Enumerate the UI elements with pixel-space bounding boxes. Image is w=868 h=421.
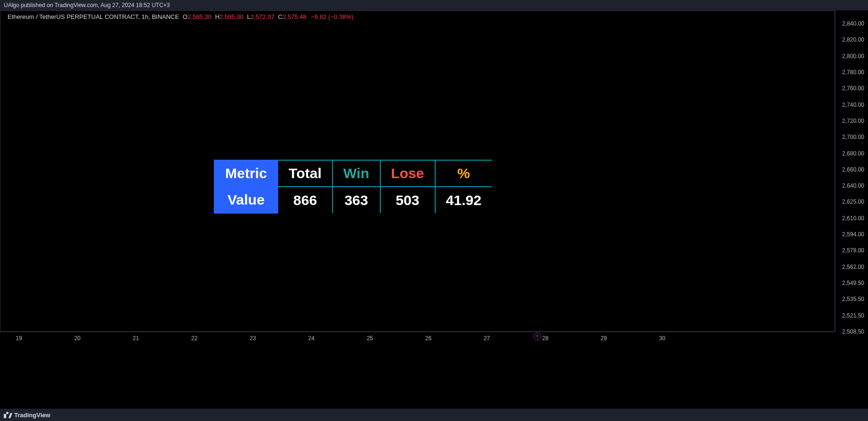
spacer xyxy=(0,345,868,409)
y-axis-tick: 2,800.00 xyxy=(842,53,864,60)
metric-header: Metric xyxy=(214,160,278,187)
ohlc-change: −9.82 (−0.38%) xyxy=(311,13,353,20)
publish-text: UAlgo published on TradingView.com, Aug … xyxy=(4,2,170,9)
chart-area[interactable]: Ethereum / TetherUS PERPETUAL CONTRACT, … xyxy=(0,10,868,345)
y-axis-tick: 2,578.00 xyxy=(842,247,864,254)
ohlc-l-label: L xyxy=(247,13,250,20)
pct-header: % xyxy=(435,160,492,187)
x-axis-tick: 27 xyxy=(483,335,490,342)
y-axis-tick: 2,521.50 xyxy=(842,312,864,319)
y-axis-tick: 2,720.00 xyxy=(842,118,864,124)
time-axis[interactable]: 192021222324252627282930 xyxy=(0,332,835,345)
x-axis-tick: 19 xyxy=(16,335,22,342)
total-header: Total xyxy=(278,160,332,187)
price-axis[interactable]: 2,840.002,820.002,800.002,780.002,760.00… xyxy=(835,10,868,332)
value-total: 866 xyxy=(278,187,332,213)
y-axis-tick: 2,594.00 xyxy=(842,231,864,238)
y-axis-tick: 2,660.00 xyxy=(842,166,864,173)
tv-logo-icon xyxy=(4,412,12,418)
symbol-info: Ethereum / TetherUS PERPETUAL CONTRACT, … xyxy=(8,13,353,20)
y-axis-tick: 2,820.00 xyxy=(842,36,864,43)
value-win: 363 xyxy=(333,187,380,213)
x-axis-tick: 20 xyxy=(74,335,80,342)
svg-rect-0 xyxy=(4,414,6,418)
y-axis-tick: 2,562.00 xyxy=(842,264,864,270)
y-axis-tick: 2,640.00 xyxy=(842,182,864,189)
value-lose: 503 xyxy=(380,187,435,213)
x-axis-tick: 29 xyxy=(601,335,607,342)
x-axis-tick: 23 xyxy=(250,335,256,342)
y-axis-tick: 2,760.00 xyxy=(842,85,864,92)
ohlc-c-label: C xyxy=(278,13,282,20)
metrics-value-row: Value 866 363 503 41.92 xyxy=(214,187,492,213)
y-axis-tick: 2,535.50 xyxy=(842,296,864,302)
value-label: Value xyxy=(214,187,278,213)
y-axis-tick: 2,508.50 xyxy=(842,328,864,335)
tv-brand-text: TradingView xyxy=(14,412,50,419)
y-axis-tick: 2,700.00 xyxy=(842,134,864,140)
svg-point-1 xyxy=(6,412,9,414)
ohlc-o-label: O xyxy=(183,13,187,20)
x-axis-tick: 26 xyxy=(425,335,431,342)
ohlc-h-label: H xyxy=(215,13,219,20)
x-axis-tick: 28 xyxy=(542,335,548,342)
x-axis-tick: 25 xyxy=(367,335,373,342)
win-header: Win xyxy=(333,160,380,187)
y-axis-tick: 2,840.00 xyxy=(842,20,864,27)
value-pct: 41.92 xyxy=(435,187,492,213)
publish-banner: UAlgo published on TradingView.com, Aug … xyxy=(0,0,868,10)
y-axis-tick: 2,740.00 xyxy=(842,102,864,108)
y-axis-tick: 2,549.50 xyxy=(842,280,864,286)
tradingview-logo[interactable]: TradingView xyxy=(4,412,50,419)
y-axis-tick: 2,610.00 xyxy=(842,215,864,222)
x-axis-tick: 30 xyxy=(659,335,665,342)
x-axis-tick: 21 xyxy=(133,335,139,342)
bottom-bar: TradingView xyxy=(0,409,868,421)
ohlc-c-value: 2,575.48 xyxy=(282,13,307,20)
lose-header: Lose xyxy=(380,160,435,187)
metrics-table: Metric Total Win Lose % Value 866 363 50… xyxy=(214,160,492,214)
flash-icon[interactable] xyxy=(534,333,541,340)
x-axis-tick: 24 xyxy=(308,335,314,342)
y-axis-tick: 2,680.00 xyxy=(842,150,864,157)
metrics-header-row: Metric Total Win Lose % xyxy=(214,160,492,187)
y-axis-tick: 2,780.00 xyxy=(842,69,864,76)
ohlc-o-value: 2,585.30 xyxy=(187,13,211,20)
x-axis-tick: 22 xyxy=(191,335,197,342)
ohlc-h-value: 2,595.00 xyxy=(219,13,244,20)
ohlc-l-value: 2,572.07 xyxy=(251,13,275,20)
symbol-name: Ethereum / TetherUS PERPETUAL CONTRACT, … xyxy=(8,13,179,20)
y-axis-tick: 2,625.00 xyxy=(842,198,864,205)
